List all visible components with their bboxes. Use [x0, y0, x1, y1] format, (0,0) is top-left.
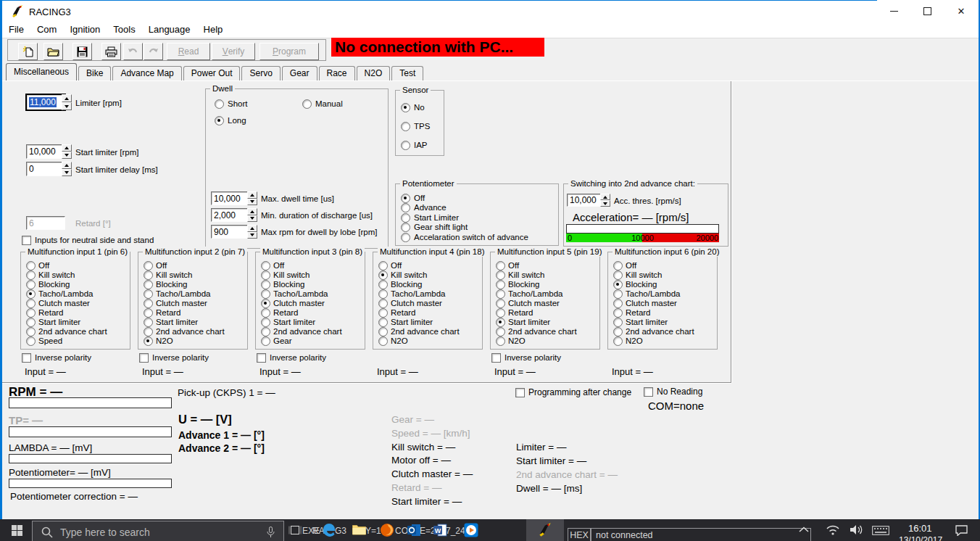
sensor-radio-tps[interactable] [401, 122, 410, 131]
menu-tools[interactable]: Tools [107, 22, 141, 38]
start-limiter-delay-spinner[interactable] [62, 162, 72, 176]
mf6-radio-2nd-advance-chart[interactable] [613, 327, 623, 336]
minimize-button[interactable] [877, 0, 910, 22]
spin-down-icon[interactable] [62, 102, 72, 110]
mf6-radio-tacho-lambda[interactable] [613, 289, 623, 299]
tab-race[interactable]: Race [319, 66, 355, 80]
spin-up-icon[interactable] [247, 208, 257, 215]
wifi-icon[interactable] [826, 525, 839, 535]
spin-down-icon[interactable] [62, 152, 72, 159]
touch-keyboard-icon[interactable] [872, 526, 889, 535]
edge-icon[interactable] [322, 523, 336, 537]
start-limiter-delay-input[interactable]: 0 [26, 162, 65, 176]
mf1-radio-speed[interactable] [26, 336, 36, 346]
acc-thres-input[interactable]: 10,000 [567, 194, 604, 207]
tab-power-out[interactable]: Power Out [183, 66, 241, 80]
menu-help[interactable]: Help [197, 22, 230, 38]
limiter-input[interactable]: 11,000 [26, 94, 65, 110]
tab-servo[interactable]: Servo [241, 66, 280, 80]
start-limiter-spinner[interactable] [62, 144, 72, 159]
menu-file[interactable]: File [2, 22, 30, 38]
open-file-button[interactable] [43, 43, 63, 60]
file-explorer-icon[interactable] [352, 524, 366, 535]
mf4-radio-2nd-advance-chart[interactable] [378, 327, 388, 336]
min-discharge-input[interactable]: 2,000 [211, 208, 251, 222]
mf6-radio-clutch-master[interactable] [613, 299, 623, 308]
mf4-radio-off[interactable] [378, 261, 388, 270]
mf4-radio-n2o[interactable] [378, 336, 388, 346]
dwell-short-radio[interactable] [215, 99, 224, 109]
max-dwell-input[interactable]: 10,000 [211, 191, 251, 205]
mf4-radio-start-limiter[interactable] [378, 318, 388, 327]
limiter-spinner[interactable] [62, 94, 72, 110]
start-button-icon[interactable] [12, 525, 22, 536]
tab-miscellaneous[interactable]: Miscellaneous [6, 63, 77, 80]
spin-down-icon[interactable] [247, 232, 257, 239]
mf4-radio-clutch-master[interactable] [378, 299, 388, 308]
mf2-inverse-polarity-checkbox[interactable] [139, 353, 149, 363]
mf2-radio-n2o[interactable] [144, 336, 153, 346]
mf5-radio-n2o[interactable] [496, 336, 505, 346]
microphone-icon[interactable] [267, 526, 275, 538]
mf2-radio-kill-switch[interactable] [144, 270, 153, 280]
programming-after-change-checkbox[interactable] [515, 388, 525, 397]
volume-icon[interactable] [850, 524, 863, 535]
spin-down-icon[interactable] [247, 199, 257, 206]
potentiometer-radio-gear-shift-light[interactable] [401, 223, 410, 232]
spin-up-icon[interactable] [62, 94, 72, 102]
mf2-radio-start-limiter[interactable] [144, 318, 153, 327]
tray-chevron-up-icon[interactable] [799, 526, 809, 533]
spin-down-icon[interactable] [62, 169, 72, 176]
mf1-radio-off[interactable] [26, 261, 36, 270]
mf1-radio-clutch-master[interactable] [26, 299, 36, 308]
potentiometer-radio-accelaration-switch-of-advance[interactable] [401, 233, 410, 242]
print-button[interactable] [101, 43, 121, 60]
mf4-radio-retard[interactable] [378, 308, 388, 318]
mf3-radio-start-limiter[interactable] [261, 318, 270, 327]
menu-ignition[interactable]: Ignition [63, 22, 107, 38]
save-button[interactable] [72, 43, 92, 60]
mf6-radio-n2o[interactable] [613, 336, 623, 346]
mf2-radio-clutch-master[interactable] [144, 299, 153, 308]
neutral-side-stand-checkbox[interactable] [22, 236, 31, 245]
mf3-radio-tacho-lambda[interactable] [261, 289, 270, 299]
mf3-radio-blocking[interactable] [261, 280, 270, 289]
mf4-radio-kill-switch[interactable] [378, 270, 388, 280]
mf1-inverse-polarity-checkbox[interactable] [22, 353, 31, 363]
mf1-radio-start-limiter[interactable] [26, 318, 36, 327]
mf3-inverse-polarity-checkbox[interactable] [257, 353, 266, 363]
spin-up-icon[interactable] [62, 162, 72, 169]
dwell-manual-radio[interactable] [302, 99, 312, 109]
taskbar-text-fragment[interactable]: G3 [335, 526, 346, 536]
spin-down-icon[interactable] [247, 215, 257, 223]
tab-test[interactable]: Test [391, 66, 423, 80]
mf5-radio-kill-switch[interactable] [496, 270, 505, 280]
mf5-radio-off[interactable] [496, 261, 505, 270]
redo-button[interactable] [144, 43, 163, 60]
potentiometer-radio-off[interactable] [401, 194, 410, 203]
menu-com[interactable]: Com [30, 22, 63, 38]
taskbar-search[interactable]: Type here to search [32, 521, 284, 541]
spin-up-icon[interactable] [600, 194, 610, 200]
mf5-radio-blocking[interactable] [496, 280, 505, 289]
mf1-radio-2nd-advance-chart[interactable] [26, 327, 36, 336]
mf2-radio-tacho-lambda[interactable] [144, 289, 153, 299]
firefox-icon[interactable] [380, 523, 394, 537]
mf6-radio-blocking[interactable] [613, 280, 623, 289]
tab-advance-map[interactable]: Advance Map [112, 66, 181, 80]
taskbar-text-fragment[interactable]: 7_24 [446, 526, 465, 536]
mf3-radio-retard[interactable] [261, 308, 270, 318]
spin-down-icon[interactable] [600, 200, 610, 207]
new-file-button[interactable] [18, 43, 38, 60]
sensor-radio-iap[interactable] [401, 141, 410, 150]
max-rpm-lobe-input[interactable]: 900 [211, 225, 251, 239]
mf4-radio-tacho-lambda[interactable] [378, 289, 388, 299]
close-button[interactable]: ✕ [944, 0, 979, 22]
taskbar-text-fragment[interactable]: CO [395, 526, 408, 536]
potentiometer-radio-advance[interactable] [401, 203, 410, 212]
mf5-radio-clutch-master[interactable] [496, 299, 505, 308]
min-discharge-spinner[interactable] [247, 208, 257, 222]
mf2-radio-blocking[interactable] [144, 280, 153, 289]
mf2-radio-2nd-advance-chart[interactable] [144, 327, 153, 336]
mf5-radio-retard[interactable] [496, 308, 505, 318]
